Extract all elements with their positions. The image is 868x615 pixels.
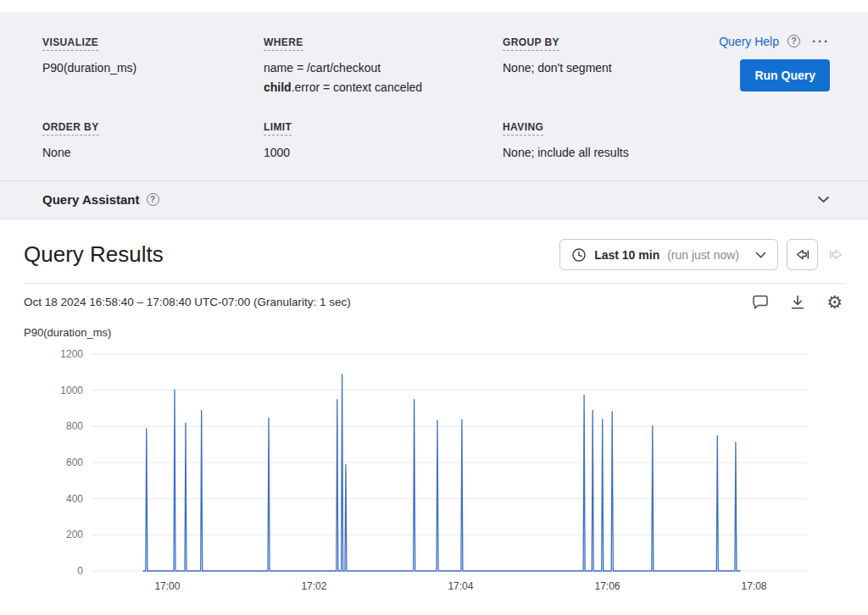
results-chart[interactable]: 02004006008001000120017:0017:0217:0417:0… <box>24 346 844 601</box>
page-title: Query Results <box>24 241 164 268</box>
order-by-value[interactable]: None <box>42 143 264 162</box>
clock-icon <box>571 247 587 263</box>
group-by-label: GROUP BY <box>503 36 559 51</box>
group-by-field[interactable]: GROUP BY None; don't segment <box>503 34 686 77</box>
query-actions: Query Help ? ··· Run Query <box>686 34 830 91</box>
where-field[interactable]: WHERE name = /cart/checkout child.error … <box>264 34 503 97</box>
previous-query-button[interactable] <box>787 239 818 270</box>
group-by-value[interactable]: None; don't segment <box>503 58 686 77</box>
svg-text:17:06: 17:06 <box>594 580 620 592</box>
having-value[interactable]: None; include all results <box>503 143 830 162</box>
visualize-label: VISUALIZE <box>42 36 98 51</box>
skip-back-icon <box>794 247 810 263</box>
results-chart-svg: 02004006008001000120017:0017:0217:0417:0… <box>24 346 831 598</box>
query-results-section: Query Results Last 10 min (run just now) <box>0 219 868 601</box>
query-assistant-label: Query Assistant <box>42 192 140 207</box>
where-clause-2-rest: .error = context canceled <box>292 80 422 94</box>
query-builder-panel: VISUALIZE P90(duration_ms) WHERE name = … <box>0 12 868 219</box>
svg-text:0: 0 <box>77 565 83 577</box>
query-help-link[interactable]: Query Help <box>719 35 779 48</box>
skip-forward-icon <box>828 247 844 263</box>
download-icon[interactable] <box>789 294 806 311</box>
where-clause-2-field: child <box>264 80 292 94</box>
svg-text:800: 800 <box>66 420 83 432</box>
svg-text:17:04: 17:04 <box>448 580 473 592</box>
time-range-dropdown[interactable]: Last 10 min (run just now) <box>559 239 778 270</box>
having-label: HAVING <box>503 121 543 136</box>
chevron-down-icon <box>755 252 766 258</box>
query-builder-row-2: ORDER BY None LIMIT 1000 HAVING None; in… <box>42 119 830 162</box>
result-time-span: Oct 18 2024 16:58:40 – 17:08:40 UTC-07:0… <box>24 296 351 308</box>
comment-icon[interactable] <box>752 294 769 310</box>
next-query-button[interactable] <box>828 247 844 263</box>
svg-text:17:02: 17:02 <box>301 580 326 592</box>
limit-field[interactable]: LIMIT 1000 <box>264 119 503 162</box>
time-range-note: (run just now) <box>667 248 739 262</box>
svg-text:400: 400 <box>66 493 83 505</box>
visualize-value[interactable]: P90(duration_ms) <box>42 58 264 77</box>
help-question-icon[interactable]: ? <box>787 35 800 47</box>
time-range-value: Last 10 min <box>594 248 659 262</box>
svg-text:17:08: 17:08 <box>741 580 766 592</box>
order-by-field[interactable]: ORDER BY None <box>42 119 264 162</box>
chevron-down-icon[interactable] <box>817 196 830 203</box>
order-by-label: ORDER BY <box>42 121 99 136</box>
where-clause-2[interactable]: child.error = context canceled <box>264 78 503 97</box>
visualize-field[interactable]: VISUALIZE P90(duration_ms) <box>42 34 264 77</box>
svg-text:1000: 1000 <box>60 385 83 396</box>
limit-value[interactable]: 1000 <box>264 143 503 162</box>
query-builder-row-1: VISUALIZE P90(duration_ms) WHERE name = … <box>42 34 830 97</box>
svg-text:600: 600 <box>66 457 83 468</box>
limit-label: LIMIT <box>264 121 292 136</box>
svg-text:1200: 1200 <box>60 348 83 360</box>
having-field[interactable]: HAVING None; include all results <box>503 119 830 162</box>
svg-text:17:00: 17:00 <box>154 580 180 592</box>
chart-series-label: P90(duration_ms) <box>24 326 844 339</box>
run-query-button[interactable]: Run Query <box>740 59 830 91</box>
query-assistant-toggle[interactable]: Query Assistant ? <box>0 180 868 219</box>
where-clause-1[interactable]: name = /cart/checkout <box>264 58 503 77</box>
assistant-question-icon: ? <box>147 193 159 206</box>
overflow-menu-icon[interactable]: ··· <box>812 34 830 48</box>
gear-icon[interactable]: ⚙ <box>826 293 843 311</box>
where-label: WHERE <box>264 36 303 51</box>
svg-text:200: 200 <box>66 529 83 540</box>
